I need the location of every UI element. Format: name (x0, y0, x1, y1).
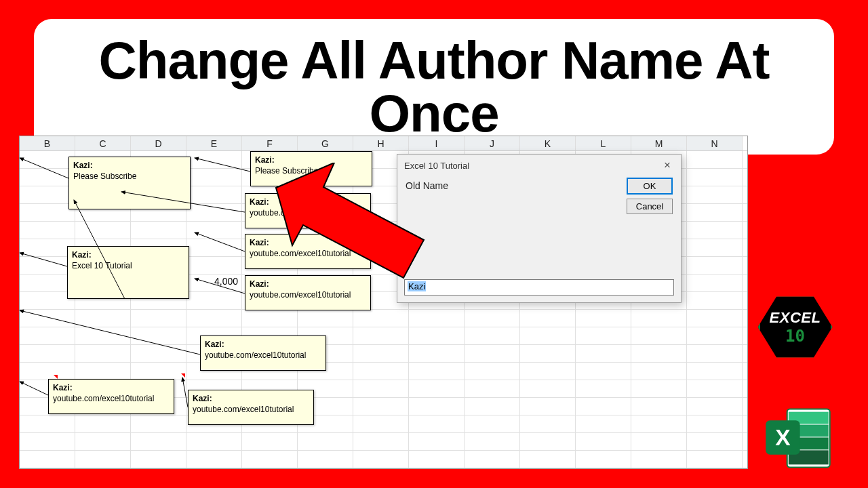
badge-line1: EXCEL (770, 309, 821, 327)
comment-box[interactable]: Kazi: Please Subscribe (250, 151, 372, 186)
comment-box[interactable]: Kazi: youtube.com/excel10tutorial (48, 379, 174, 414)
comment-text: youtube.com/excel10tutorial (250, 290, 351, 300)
col-l[interactable]: L (576, 136, 631, 150)
badge-line2: 10 (785, 327, 805, 346)
col-h[interactable]: H (353, 136, 409, 150)
svg-line-1 (195, 158, 250, 171)
col-g[interactable]: G (298, 136, 353, 150)
comment-author: Kazi: (53, 382, 170, 393)
comment-author: Kazi: (193, 393, 309, 404)
column-header-row: B C D E F G H I J K L M N (20, 136, 747, 151)
dialog-text-input[interactable]: Kazi (404, 279, 674, 296)
col-c[interactable]: C (75, 136, 131, 150)
svg-line-9 (182, 378, 188, 407)
svg-line-5 (195, 232, 245, 251)
svg-line-8 (20, 382, 48, 395)
title-banner: Change All Author Name At Once (34, 19, 834, 155)
comment-box[interactable]: Kazi: youtube.com/excel10tutorial (188, 390, 314, 425)
svg-line-7 (20, 310, 200, 354)
comment-box[interactable]: Kazi: youtube.com/excel10tutorial (245, 275, 371, 310)
cell-grid[interactable]: 4,000 Kazi: Please Subscribe Kazi: Pleas… (20, 151, 747, 468)
dialog-title: Excel 10 Tutorial (404, 161, 469, 171)
col-m[interactable]: M (631, 136, 687, 150)
col-n[interactable]: N (687, 136, 743, 150)
comment-text-extra: excel10tutorial (287, 208, 339, 218)
comment-text: youtube.com/excel10tutorial (250, 249, 351, 258)
svg-line-3 (20, 253, 67, 266)
comment-author: Kazi: (72, 249, 184, 260)
close-icon[interactable]: × (659, 159, 675, 172)
comment-box[interactable]: Kazi: Excel 10 Tutorial (67, 246, 189, 299)
dialog-prompt: Old Name (406, 178, 620, 218)
comment-text: Please Subscribe (255, 166, 318, 176)
svg-text:X: X (775, 425, 791, 450)
col-d[interactable]: D (131, 136, 186, 150)
ok-button[interactable]: OK (627, 178, 673, 195)
comment-text: Please Subscribe (73, 171, 136, 181)
col-f[interactable]: F (242, 136, 298, 150)
col-j[interactable]: J (465, 136, 520, 150)
dialog-titlebar: Excel 10 Tutorial × (397, 155, 681, 175)
col-i[interactable]: I (409, 136, 465, 150)
col-b[interactable]: B (20, 136, 75, 150)
excel-logo-icon: X (763, 406, 834, 470)
comment-text: youtube.com/excel10tutorial (205, 350, 306, 360)
col-k[interactable]: K (520, 136, 576, 150)
comment-author: Kazi: (73, 160, 186, 171)
comment-box[interactable]: Kazi: youtube.c excel10tutorial (245, 193, 371, 228)
comment-box[interactable]: Kazi: Please Subscribe (68, 157, 191, 209)
comment-box[interactable]: Kazi: youtube.com/excel10tutorial (245, 234, 371, 269)
svg-line-0 (20, 158, 68, 178)
excel10-badge-icon: EXCEL 10 (756, 295, 834, 383)
spreadsheet-viewport[interactable]: B C D E F G H I J K L M N 4,000 Kazi: Pl… (19, 136, 748, 469)
cancel-button[interactable]: Cancel (627, 199, 673, 214)
comment-text: youtube.c (250, 208, 285, 218)
input-dialog: Excel 10 Tutorial × Old Name OK Cancel K… (397, 154, 682, 303)
comment-author: Kazi: (250, 279, 366, 289)
comment-text: youtube.com/excel10tutorial (193, 405, 294, 414)
comment-author: Kazi: (250, 237, 366, 248)
dialog-input-value: Kazi (408, 281, 426, 291)
comment-text: Excel 10 Tutorial (72, 261, 132, 270)
comment-box[interactable]: Kazi: youtube.com/excel10tutorial (200, 336, 326, 371)
page-title: Change All Author Name At Once (54, 34, 814, 140)
comment-indicator-icon (181, 373, 185, 378)
comment-author: Kazi: (255, 155, 368, 165)
cell-value-e[interactable]: 4,000 (196, 276, 238, 287)
comment-author: Kazi: (250, 197, 366, 207)
comment-text: youtube.com/excel10tutorial (53, 394, 154, 403)
comment-author: Kazi: (205, 339, 321, 350)
col-e[interactable]: E (186, 136, 242, 150)
